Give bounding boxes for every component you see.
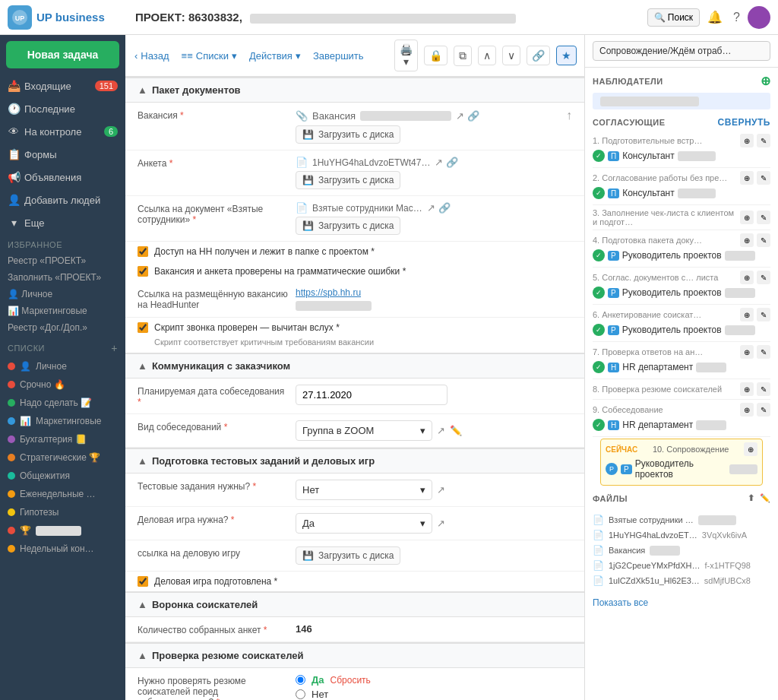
anketa-chain-icon[interactable]: 🔗 — [446, 157, 458, 168]
approver-add-btn-2[interactable]: ⊕ — [740, 171, 754, 185]
add-list-button[interactable]: + — [111, 342, 118, 354]
sidebar-item-incoming[interactable]: 📥 Входящие 151 — [0, 74, 125, 97]
tests-external-icon[interactable]: ↗ — [437, 484, 445, 496]
fav-contracts[interactable]: Реестр «Дог./Доп.» — [0, 319, 125, 336]
lock-button[interactable]: 🔒 — [424, 46, 448, 65]
copy-button[interactable]: ⧉ — [454, 46, 472, 66]
avatar[interactable] — [748, 6, 770, 29]
approver-add-btn-6[interactable]: ⊕ — [740, 308, 754, 321]
approver-edit-btn-7[interactable]: ✎ — [757, 345, 770, 359]
check-resume-no-radio[interactable] — [296, 689, 305, 699]
approver-add-btn-8[interactable]: ⊕ — [740, 382, 754, 396]
approver-add-btn-4[interactable]: ⊕ — [740, 233, 754, 247]
interview-external-icon[interactable]: ↗ — [437, 425, 445, 436]
file-upload-icon[interactable]: ⬆ — [748, 493, 755, 503]
approver-edit-btn-3[interactable]: ✎ — [757, 211, 770, 224]
sidebar-item-control[interactable]: 👁 На контроле 6 — [0, 120, 125, 143]
approver-check-7: ✓ — [593, 361, 605, 373]
vacancy-upload-btn[interactable]: 💾 Загрузить с диска — [296, 125, 400, 144]
sidebar-item-more[interactable]: ▾ Еще — [0, 211, 125, 234]
section-tests-header[interactable]: ▲ Подготовка тестовых заданий и деловых … — [125, 448, 584, 474]
show-all-files-link[interactable]: Показать все — [585, 594, 778, 611]
star-button[interactable]: ★ — [556, 46, 577, 65]
section-communication-header[interactable]: ▲ Коммуникация с заказчиком — [125, 353, 584, 379]
bg-select[interactable]: Да ▾ — [296, 513, 432, 534]
fav-personal[interactable]: 👤 Личное — [0, 286, 125, 302]
approver-add-btn-3[interactable]: ⊕ — [740, 211, 754, 224]
down-button[interactable]: ∨ — [502, 46, 520, 65]
list-accounting[interactable]: Бухгалтерия 📒 — [0, 430, 125, 448]
approver-add-btn-9[interactable]: ⊕ — [740, 403, 754, 417]
list-item-9[interactable]: 🏆 — [0, 521, 125, 540]
list-urgent[interactable]: Срочно 🔥 — [0, 375, 125, 394]
anketa-external-icon[interactable]: ↗ — [435, 157, 443, 168]
approver-add-btn-7[interactable]: ⊕ — [740, 345, 754, 359]
interview-type-select[interactable]: Группа в ZOOM ▾ — [296, 420, 432, 441]
check-resume-reset-btn[interactable]: Сбросить — [330, 675, 371, 686]
bell-icon[interactable]: 🔔 — [704, 7, 726, 27]
hh-access-checkbox[interactable] — [138, 246, 148, 257]
hh-link[interactable]: https://spb.hh.ru — [296, 287, 572, 298]
taken-employees-row: Ссылка на документ «Взятые сотрудники» *… — [125, 196, 584, 242]
bg-upload-btn[interactable]: 💾 Загрузить с диска — [296, 546, 400, 565]
section-packet-header[interactable]: ▲ Пакет документов — [125, 77, 584, 103]
list-strategic[interactable]: Стратегические 🏆 — [0, 448, 125, 467]
check-resume-yes-radio[interactable] — [296, 675, 305, 685]
interview-edit-icon[interactable]: ✏️ — [450, 425, 462, 436]
approver-add-btn-10[interactable]: ⊕ — [744, 442, 757, 456]
print-button[interactable]: 🖨️ ▾ — [394, 40, 418, 71]
sidebar-item-forms[interactable]: 📋 Формы — [0, 143, 125, 166]
sidebar-item-announcements[interactable]: 📢 Объявления — [0, 166, 125, 188]
list-dorms[interactable]: Общежития — [0, 467, 125, 485]
lists-button[interactable]: ≡≡ Списки ▾ — [182, 50, 237, 62]
fav-fill-project[interactable]: Заполнить «ПРОЕКТ» — [0, 269, 125, 286]
approver-edit-btn-6[interactable]: ✎ — [757, 308, 770, 321]
bg-external-icon[interactable]: ↗ — [437, 518, 445, 529]
bg-ready-checkbox[interactable] — [138, 576, 148, 587]
finish-button[interactable]: Завершить — [313, 50, 364, 62]
chain-link-icon[interactable]: 🔗 — [467, 110, 479, 122]
approver-add-btn-1[interactable]: ⊕ — [740, 134, 754, 147]
back-button[interactable]: ‹ Назад — [134, 50, 169, 62]
approver-edit-btn-8[interactable]: ✎ — [757, 382, 770, 396]
status-select[interactable]: Сопровождение/Ждём отраб… — [593, 41, 770, 61]
fav-registry-project[interactable]: Реестр «ПРОЕКТ» — [0, 252, 125, 269]
search-button[interactable]: 🔍 Поиск — [647, 8, 700, 27]
taken-upload-btn[interactable]: 💾 Загрузить с диска — [296, 217, 400, 235]
new-task-button[interactable]: Новая задача — [6, 41, 119, 68]
add-observer-button[interactable]: ⊕ — [761, 74, 771, 88]
interview-date-input[interactable] — [296, 385, 448, 405]
anketa-upload-btn[interactable]: 💾 Загрузить с диска — [296, 171, 400, 189]
list-weekly-con[interactable]: Недельный кон… — [0, 540, 125, 558]
list-weekly[interactable]: Еженедельные … — [0, 485, 125, 503]
approver-edit-btn-9[interactable]: ✎ — [757, 403, 770, 417]
list-personal[interactable]: 👤 Личное — [0, 357, 125, 375]
sidebar-item-recent[interactable]: 🕐 Последние — [0, 97, 125, 120]
list-marketing[interactable]: 📊 Маркетинговые — [0, 412, 125, 430]
link-button[interactable]: 🔗 — [527, 46, 550, 65]
grammar-checkbox[interactable] — [138, 266, 148, 277]
approver-edit-btn-1[interactable]: ✎ — [757, 134, 770, 147]
script-checkbox[interactable] — [138, 322, 148, 333]
external-link-icon[interactable]: ↗ — [456, 110, 464, 122]
fav-marketing[interactable]: 📊 Маркетинговые — [0, 302, 125, 319]
file-link-icon[interactable]: ✏️ — [760, 493, 771, 503]
taken-external-icon[interactable]: ↗ — [427, 202, 435, 214]
list-todo[interactable]: Надо сделать 📝 — [0, 394, 125, 412]
section-funnel-header[interactable]: ▲ Воронка соискателей — [125, 591, 584, 617]
role-badge-9: H — [608, 420, 619, 430]
tests-select[interactable]: Нет ▾ — [296, 480, 432, 500]
up-button[interactable]: ∧ — [478, 46, 496, 65]
section-resume-header[interactable]: ▲ Проверка резюме соискателей — [125, 642, 584, 668]
sidebar-item-add-people[interactable]: 👤 Добавить людей — [0, 188, 125, 211]
approver-add-btn-5[interactable]: ⊕ — [740, 271, 754, 284]
help-icon[interactable]: ? — [730, 8, 743, 27]
approver-edit-btn-5[interactable]: ✎ — [757, 271, 770, 284]
actions-button[interactable]: Действия ▾ — [249, 50, 301, 62]
list-hypotheses[interactable]: Гипотезы — [0, 503, 125, 521]
taken-chain-icon[interactable]: 🔗 — [438, 202, 451, 214]
approver-edit-btn-2[interactable]: ✎ — [757, 171, 770, 185]
approver-edit-btn-4[interactable]: ✎ — [757, 233, 770, 247]
collapse-button[interactable]: Свернуть — [718, 117, 770, 128]
upload-arrow-icon[interactable]: ↑ — [566, 109, 572, 122]
